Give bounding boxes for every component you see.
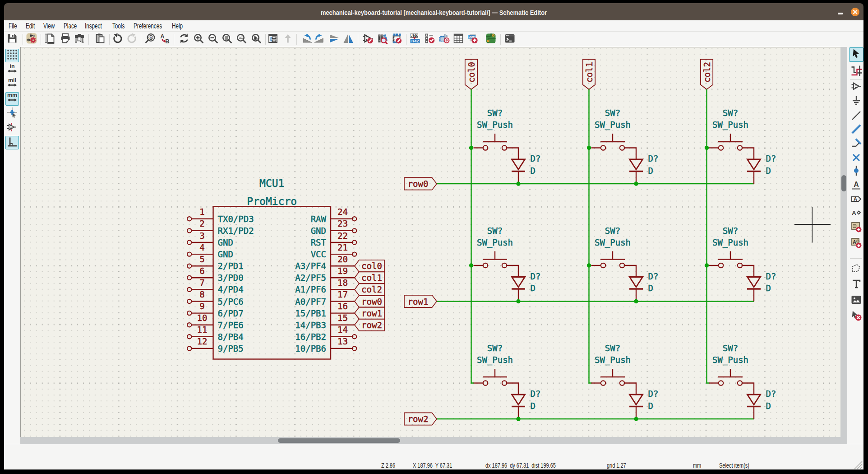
pin-number[interactable]: 21: [337, 242, 348, 252]
menu-tools[interactable]: Tools: [112, 22, 125, 30]
pin-number[interactable]: 12: [197, 336, 208, 346]
pin-name[interactable]: 10/PB6: [295, 344, 326, 353]
pin-number[interactable]: 18: [337, 278, 348, 288]
find-button[interactable]: A: [144, 33, 156, 45]
diode-reference[interactable]: D?: [648, 389, 659, 399]
diode-value[interactable]: D: [648, 401, 653, 411]
zoom-to-fit-button[interactable]: [221, 33, 233, 45]
pin-number[interactable]: 9: [199, 301, 204, 311]
find-and-replace-button[interactable]: A B: [159, 33, 171, 45]
menu-help[interactable]: Help: [172, 22, 183, 30]
schematic-setup-button[interactable]: [26, 33, 37, 45]
global-label-text[interactable]: col1: [361, 273, 382, 283]
diode-value[interactable]: D: [531, 401, 536, 411]
junction-dot[interactable]: [587, 146, 591, 150]
global-label-text[interactable]: col0: [361, 261, 382, 271]
junction-dot[interactable]: [469, 263, 473, 267]
menu-place[interactable]: Place: [64, 22, 77, 30]
units-millimeters-button[interactable]: mm: [5, 92, 19, 106]
draw-wire-button[interactable]: [849, 109, 863, 124]
diode-value[interactable]: D: [531, 166, 536, 176]
switch-value[interactable]: SW_Push: [595, 355, 631, 365]
pin-number[interactable]: 8: [199, 289, 204, 299]
diode-value[interactable]: D: [648, 283, 653, 293]
place-text-button[interactable]: [849, 278, 863, 292]
pin-number[interactable]: 10: [197, 313, 208, 323]
hierarchical-label-button[interactable]: A: [849, 206, 863, 221]
vertical-scrollbar-handle[interactable]: [841, 175, 846, 191]
pin-name[interactable]: 14/PB3: [295, 320, 326, 330]
toggle-cursor-shape-button[interactable]: [5, 107, 19, 120]
junction-dot[interactable]: [634, 417, 638, 421]
draw-bus-button[interactable]: [849, 123, 863, 137]
horizontal-scrollbar-handle[interactable]: [278, 438, 400, 443]
junction-dot[interactable]: [634, 299, 638, 303]
pin-name[interactable]: A1/PF6: [295, 284, 326, 294]
mirror-vertically-button[interactable]: [328, 33, 340, 45]
pin-name[interactable]: GND: [218, 237, 233, 247]
resize-grip-icon[interactable]: [854, 461, 863, 469]
pin-number[interactable]: 13: [337, 336, 348, 346]
pin-name[interactable]: GND: [311, 226, 326, 236]
junction-dot[interactable]: [469, 146, 473, 150]
switch-reference[interactable]: SW?: [605, 108, 620, 118]
menu-preferences[interactable]: Preferences: [134, 22, 162, 30]
pin-number[interactable]: 1: [199, 207, 204, 217]
paste-button[interactable]: [94, 33, 106, 45]
switch-value[interactable]: SW_Push: [477, 355, 513, 365]
global-label-text[interactable]: row1: [408, 297, 429, 307]
pin-name[interactable]: A2/PF5: [295, 273, 326, 283]
pin-name[interactable]: RST: [311, 237, 326, 247]
print-button[interactable]: [60, 33, 71, 45]
pin-name[interactable]: 5/PC6: [218, 297, 244, 307]
pin-name[interactable]: A0/PF7: [295, 297, 326, 307]
switch-reference[interactable]: SW?: [723, 343, 738, 353]
close-button[interactable]: [851, 8, 859, 16]
pin-number[interactable]: 5: [199, 254, 204, 264]
diode-reference[interactable]: D?: [766, 271, 776, 281]
mcu-reference[interactable]: MCU1: [259, 177, 284, 189]
junction-dot[interactable]: [516, 417, 520, 421]
symbol-fields-table-button[interactable]: [452, 33, 464, 45]
switch-reference[interactable]: SW?: [723, 108, 738, 118]
switch-value[interactable]: SW_Push: [595, 120, 631, 130]
rotate-clockwise-button[interactable]: [314, 33, 326, 45]
refresh-view-button[interactable]: [178, 33, 190, 45]
zoom-in-button[interactable]: [193, 33, 204, 45]
menu-inspect[interactable]: Inspect: [85, 22, 102, 30]
pin-name[interactable]: 6/PD7: [218, 308, 244, 318]
mirror-horizontally-button[interactable]: [342, 33, 354, 45]
symbol-editor-button[interactable]: [362, 33, 374, 45]
symbol-library-browser-button[interactable]: [377, 33, 388, 45]
draw-graphic-lines-button[interactable]: [849, 262, 863, 276]
units-mils-button[interactable]: mil: [5, 77, 19, 91]
menu-edit[interactable]: Edit: [26, 22, 35, 30]
pin-name[interactable]: 16/PB2: [295, 332, 326, 342]
pin-number[interactable]: 11: [197, 325, 208, 335]
hierarchy-navigator-button[interactable]: [267, 33, 279, 45]
pin-number[interactable]: 24: [337, 207, 348, 217]
junction-dot[interactable]: [516, 299, 520, 303]
hv-wire-mode-button[interactable]: [5, 136, 19, 149]
pin-name[interactable]: 8/PB4: [218, 332, 244, 342]
switch-value[interactable]: SW_Push: [595, 237, 631, 248]
pin-name[interactable]: RX1/PD2: [218, 226, 254, 236]
minimize-button[interactable]: [838, 13, 843, 14]
global-label-text[interactable]: row0: [361, 297, 382, 307]
diode-reference[interactable]: D?: [531, 153, 541, 163]
diode-reference[interactable]: D?: [766, 153, 776, 163]
redo-button[interactable]: [126, 33, 138, 45]
footprint-editor-button[interactable]: [391, 33, 402, 45]
global-label-text[interactable]: col2: [361, 284, 382, 294]
global-label-text[interactable]: row2: [408, 414, 429, 424]
toggle-grid-button[interactable]: [5, 49, 19, 62]
pin-number[interactable]: 23: [337, 218, 348, 228]
hierarchical-sheet-button[interactable]: [849, 221, 863, 235]
menu-view[interactable]: View: [43, 22, 55, 30]
junction-dot[interactable]: [634, 181, 638, 186]
switch-value[interactable]: SW_Push: [477, 120, 513, 130]
leave-sheet-button[interactable]: [282, 33, 294, 45]
show-hidden-pins-button[interactable]: [5, 121, 19, 135]
pin-name[interactable]: 3/PD0: [218, 273, 244, 283]
save-button[interactable]: [6, 33, 18, 45]
